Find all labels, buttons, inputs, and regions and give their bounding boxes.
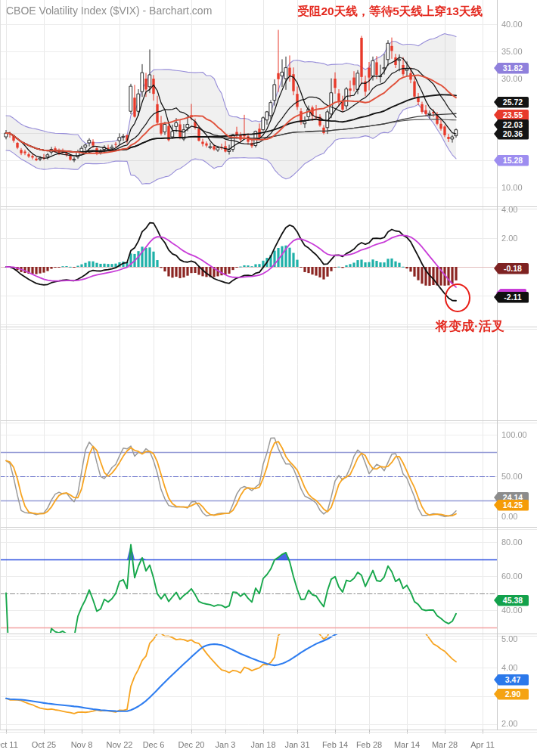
x-axis-label: Oct 11 (0, 740, 26, 749)
x-axis-label: Nov 8 (62, 740, 101, 749)
rsi-axis-tick: 80.00 (501, 538, 536, 547)
x-axis-label: Mar 14 (387, 740, 427, 749)
rsi-axis-tick: 60.00 (501, 572, 536, 581)
page-title: CBOE Volatility Index ($VIX) - Barchart.… (6, 5, 212, 17)
sma50-badge: 25.72 (494, 97, 529, 108)
macd-histogram-badge: -0.18 (494, 263, 529, 274)
annotation-cross-note: 将变成·活叉 (436, 318, 504, 335)
macd-line-badge: -2.11 (494, 292, 529, 303)
stoch-d-badge: 14.25 (494, 500, 529, 511)
stoch-axis-tick: 100.00 (501, 430, 536, 439)
sma5-badge: 20.36 (494, 129, 529, 140)
x-axis-label: Dec 6 (134, 740, 173, 749)
x-axis-label: Jan 31 (278, 740, 317, 749)
bollinger-lower-badge: 15.28 (494, 155, 529, 166)
atr-axis-tick: 4.00 (501, 663, 536, 672)
x-axis-label: Jan 3 (206, 740, 245, 749)
vix-chart-app: CBOE Volatility Index ($VIX) - Barchart.… (0, 0, 537, 756)
atr-slow-badge: 3.47 (494, 674, 529, 686)
macd-axis-tick: 2.00 (501, 234, 536, 243)
atr-axis-tick: 2.00 (501, 719, 536, 728)
x-axis-label: Feb 28 (349, 740, 389, 749)
price-axis-tick: 30.00 (501, 74, 536, 83)
atr-axis-tick: 5.00 (501, 634, 536, 643)
chart-canvas (0, 0, 537, 756)
rsi-axis-tick: 40.00 (501, 606, 536, 615)
atr-fast-badge: 2.90 (494, 689, 529, 700)
x-axis-label: Apr 11 (463, 740, 502, 749)
stoch-axis-tick: 50.00 (501, 472, 536, 481)
rsi-value-badge: 45.38 (494, 595, 529, 606)
sma20-badge: 23.55 (494, 110, 529, 121)
annotation-resistance-note: 受阻20天线，等待5天线上穿13天线 (297, 4, 483, 20)
macd-axis-tick: 4.00 (501, 205, 536, 214)
x-axis-label: Mar 28 (425, 740, 464, 749)
bollinger-upper-badge: 31.82 (494, 63, 529, 74)
stoch-axis-tick: 0.00 (501, 512, 536, 521)
price-axis-tick: 10.00 (501, 183, 536, 192)
x-axis-label: Oct 25 (24, 740, 64, 749)
price-axis-tick: 40.00 (501, 20, 536, 29)
highlight-circle (445, 284, 470, 312)
price-axis-tick: 35.00 (501, 47, 536, 56)
